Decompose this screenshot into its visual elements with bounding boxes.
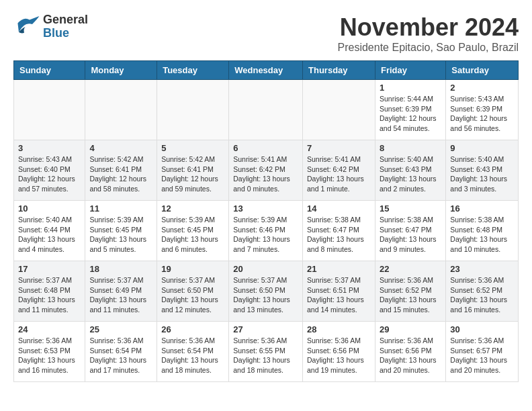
day-info: Sunrise: 5:41 AM Sunset: 6:42 PM Dayligh… <box>233 154 298 194</box>
day-info: Sunrise: 5:37 AM Sunset: 6:51 PM Dayligh… <box>307 275 371 315</box>
location-title: Presidente Epitacio, Sao Paulo, Brazil <box>338 42 519 54</box>
day-info: Sunrise: 5:36 AM Sunset: 6:54 PM Dayligh… <box>89 336 152 375</box>
day-number: 21 <box>307 264 371 274</box>
weekday-header-sunday: Sunday <box>14 61 85 80</box>
day-number: 14 <box>307 203 371 214</box>
calendar-cell: 14Sunrise: 5:38 AM Sunset: 6:47 PM Dayli… <box>303 201 375 261</box>
calendar-week-3: 10Sunrise: 5:40 AM Sunset: 6:44 PM Dayli… <box>14 201 519 261</box>
day-number: 22 <box>380 264 441 274</box>
day-info: Sunrise: 5:37 AM Sunset: 6:49 PM Dayligh… <box>89 275 152 315</box>
calendar-cell: 2Sunrise: 5:43 AM Sunset: 6:39 PM Daylig… <box>446 80 519 140</box>
calendar-cell: 20Sunrise: 5:37 AM Sunset: 6:50 PM Dayli… <box>229 261 303 322</box>
day-number: 1 <box>380 83 441 93</box>
calendar-cell: 3Sunrise: 5:43 AM Sunset: 6:40 PM Daylig… <box>14 140 85 201</box>
calendar-cell: 4Sunrise: 5:42 AM Sunset: 6:41 PM Daylig… <box>85 140 157 201</box>
day-number: 17 <box>18 264 81 274</box>
day-info: Sunrise: 5:36 AM Sunset: 6:54 PM Dayligh… <box>161 336 224 375</box>
day-info: Sunrise: 5:40 AM Sunset: 6:44 PM Dayligh… <box>18 215 81 255</box>
weekday-header-friday: Friday <box>375 61 445 80</box>
day-info: Sunrise: 5:38 AM Sunset: 6:47 PM Dayligh… <box>307 215 371 255</box>
day-number: 3 <box>18 143 81 153</box>
logo-blue-text: Blue <box>43 27 88 40</box>
day-info: Sunrise: 5:39 AM Sunset: 6:45 PM Dayligh… <box>161 215 224 255</box>
day-number: 4 <box>89 143 152 153</box>
logo-general-text: General <box>43 13 88 27</box>
day-info: Sunrise: 5:36 AM Sunset: 6:52 PM Dayligh… <box>380 275 441 315</box>
day-info: Sunrise: 5:37 AM Sunset: 6:50 PM Dayligh… <box>161 275 224 315</box>
day-number: 26 <box>161 324 224 334</box>
calendar-cell: 11Sunrise: 5:39 AM Sunset: 6:45 PM Dayli… <box>85 201 157 261</box>
calendar-cell: 22Sunrise: 5:36 AM Sunset: 6:52 PM Dayli… <box>375 261 445 322</box>
calendar-cell: 17Sunrise: 5:37 AM Sunset: 6:48 PM Dayli… <box>14 261 85 322</box>
day-info: Sunrise: 5:42 AM Sunset: 6:41 PM Dayligh… <box>161 154 224 194</box>
calendar-cell: 8Sunrise: 5:40 AM Sunset: 6:43 PM Daylig… <box>375 140 445 201</box>
day-number: 19 <box>161 264 224 274</box>
calendar-cell: 30Sunrise: 5:36 AM Sunset: 6:57 PM Dayli… <box>446 322 519 382</box>
logo-bird-icon <box>13 13 40 40</box>
calendar-week-1: 1Sunrise: 5:44 AM Sunset: 6:39 PM Daylig… <box>14 80 519 140</box>
calendar-cell: 7Sunrise: 5:41 AM Sunset: 6:42 PM Daylig… <box>303 140 375 201</box>
day-info: Sunrise: 5:36 AM Sunset: 6:55 PM Dayligh… <box>233 336 298 375</box>
day-number: 18 <box>89 264 152 274</box>
day-info: Sunrise: 5:43 AM Sunset: 6:40 PM Dayligh… <box>18 154 81 194</box>
calendar-cell: 13Sunrise: 5:39 AM Sunset: 6:46 PM Dayli… <box>229 201 303 261</box>
calendar-cell: 18Sunrise: 5:37 AM Sunset: 6:49 PM Dayli… <box>85 261 157 322</box>
day-number: 13 <box>233 203 298 214</box>
day-info: Sunrise: 5:38 AM Sunset: 6:47 PM Dayligh… <box>380 215 441 255</box>
day-number: 20 <box>233 264 298 274</box>
day-info: Sunrise: 5:36 AM Sunset: 6:56 PM Dayligh… <box>307 336 371 375</box>
weekday-header-monday: Monday <box>85 61 157 80</box>
day-info: Sunrise: 5:40 AM Sunset: 6:43 PM Dayligh… <box>450 154 514 194</box>
day-number: 27 <box>233 324 298 334</box>
day-info: Sunrise: 5:36 AM Sunset: 6:52 PM Dayligh… <box>450 275 514 315</box>
day-number: 30 <box>450 324 514 334</box>
day-number: 7 <box>307 143 371 153</box>
calendar-table: SundayMondayTuesdayWednesdayThursdayFrid… <box>13 60 519 382</box>
day-info: Sunrise: 5:36 AM Sunset: 6:56 PM Dayligh… <box>380 336 441 375</box>
weekday-header-thursday: Thursday <box>303 61 375 80</box>
day-info: Sunrise: 5:40 AM Sunset: 6:43 PM Dayligh… <box>380 154 441 194</box>
day-info: Sunrise: 5:38 AM Sunset: 6:48 PM Dayligh… <box>450 215 514 255</box>
weekday-header-saturday: Saturday <box>446 61 519 80</box>
calendar-cell <box>157 80 229 140</box>
calendar-cell <box>229 80 303 140</box>
day-number: 11 <box>89 203 152 214</box>
title-section: November 2024 Presidente Epitacio, Sao P… <box>338 13 519 54</box>
calendar-cell: 1Sunrise: 5:44 AM Sunset: 6:39 PM Daylig… <box>375 80 445 140</box>
day-info: Sunrise: 5:42 AM Sunset: 6:41 PM Dayligh… <box>89 154 152 194</box>
calendar-cell: 15Sunrise: 5:38 AM Sunset: 6:47 PM Dayli… <box>375 201 445 261</box>
day-number: 25 <box>89 324 152 334</box>
day-number: 29 <box>380 324 441 334</box>
day-number: 10 <box>18 203 81 214</box>
calendar-cell: 21Sunrise: 5:37 AM Sunset: 6:51 PM Dayli… <box>303 261 375 322</box>
calendar-week-5: 24Sunrise: 5:36 AM Sunset: 6:53 PM Dayli… <box>14 322 519 382</box>
day-info: Sunrise: 5:36 AM Sunset: 6:57 PM Dayligh… <box>450 336 514 375</box>
day-number: 23 <box>450 264 514 274</box>
calendar-cell: 28Sunrise: 5:36 AM Sunset: 6:56 PM Dayli… <box>303 322 375 382</box>
day-number: 6 <box>233 143 298 153</box>
day-number: 12 <box>161 203 224 214</box>
month-title: November 2024 <box>338 13 519 42</box>
day-info: Sunrise: 5:43 AM Sunset: 6:39 PM Dayligh… <box>450 94 514 134</box>
calendar-cell: 27Sunrise: 5:36 AM Sunset: 6:55 PM Dayli… <box>229 322 303 382</box>
day-number: 15 <box>380 203 441 214</box>
day-number: 2 <box>450 83 514 93</box>
calendar-cell: 19Sunrise: 5:37 AM Sunset: 6:50 PM Dayli… <box>157 261 229 322</box>
calendar-cell: 12Sunrise: 5:39 AM Sunset: 6:45 PM Dayli… <box>157 201 229 261</box>
day-number: 24 <box>18 324 81 334</box>
day-info: Sunrise: 5:39 AM Sunset: 6:46 PM Dayligh… <box>233 215 298 255</box>
day-info: Sunrise: 5:36 AM Sunset: 6:53 PM Dayligh… <box>18 336 81 375</box>
day-number: 5 <box>161 143 224 153</box>
day-number: 28 <box>307 324 371 334</box>
calendar-cell: 26Sunrise: 5:36 AM Sunset: 6:54 PM Dayli… <box>157 322 229 382</box>
calendar-cell: 5Sunrise: 5:42 AM Sunset: 6:41 PM Daylig… <box>157 140 229 201</box>
calendar-cell: 16Sunrise: 5:38 AM Sunset: 6:48 PM Dayli… <box>446 201 519 261</box>
day-number: 8 <box>380 143 441 153</box>
page-header: General Blue November 2024 Presidente Ep… <box>13 13 519 54</box>
calendar-week-4: 17Sunrise: 5:37 AM Sunset: 6:48 PM Dayli… <box>14 261 519 322</box>
day-number: 9 <box>450 143 514 153</box>
calendar-cell <box>14 80 85 140</box>
day-number: 16 <box>450 203 514 214</box>
calendar-header-row: SundayMondayTuesdayWednesdayThursdayFrid… <box>14 61 519 80</box>
calendar-cell <box>303 80 375 140</box>
